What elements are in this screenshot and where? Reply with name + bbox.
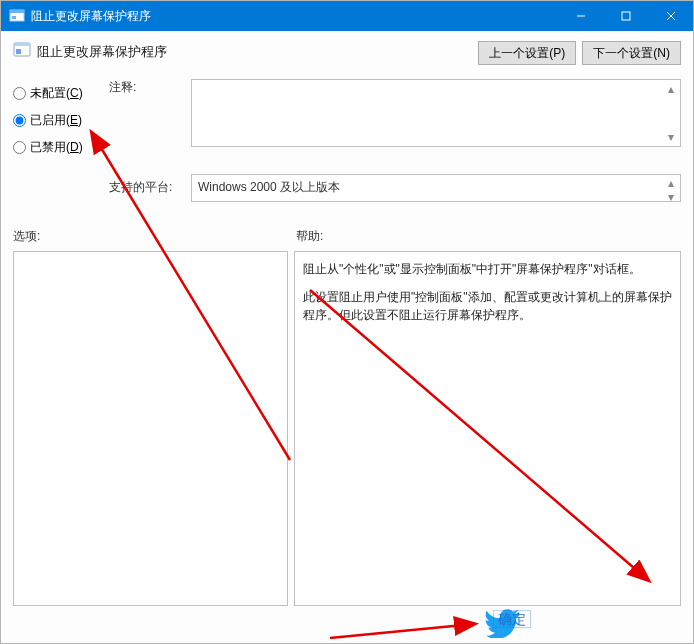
supported-on-box: Windows 2000 及以上版本 ▴ ▾ bbox=[191, 174, 681, 202]
supported-on-text: Windows 2000 及以上版本 bbox=[198, 180, 340, 194]
close-button[interactable] bbox=[648, 1, 693, 31]
help-label: 帮助: bbox=[288, 228, 681, 245]
scroll-down-icon: ▾ bbox=[663, 190, 679, 202]
radio-enabled-input[interactable] bbox=[13, 114, 26, 127]
next-setting-button[interactable]: 下一个设置(N) bbox=[582, 41, 681, 65]
state-radio-group: 未配置(C) 已启用(E) 已禁用(D) bbox=[13, 79, 109, 166]
svg-rect-4 bbox=[622, 12, 630, 20]
svg-rect-9 bbox=[16, 49, 21, 54]
scroll-down-icon: ▾ bbox=[663, 129, 679, 145]
policy-icon bbox=[13, 41, 31, 59]
window-title: 阻止更改屏幕保护程序 bbox=[31, 8, 558, 25]
window-controls bbox=[558, 1, 693, 31]
titlebar: 阻止更改屏幕保护程序 bbox=[1, 1, 693, 31]
radio-disabled[interactable]: 已禁用(D) bbox=[13, 139, 109, 156]
scrollbar: ▴ ▾ bbox=[663, 81, 679, 145]
previous-setting-button[interactable]: 上一个设置(P) bbox=[478, 41, 576, 65]
comment-input[interactable]: ▴ ▾ bbox=[191, 79, 681, 147]
scroll-up-icon: ▴ bbox=[663, 176, 679, 190]
svg-rect-8 bbox=[14, 43, 30, 46]
policy-title: 阻止更改屏幕保护程序 bbox=[37, 41, 478, 61]
radio-enabled[interactable]: 已启用(E) bbox=[13, 112, 109, 129]
radio-not-configured-input[interactable] bbox=[13, 87, 26, 100]
app-icon bbox=[9, 8, 25, 24]
comment-label: 注释: bbox=[109, 79, 191, 96]
minimize-button[interactable] bbox=[558, 1, 603, 31]
content-area: 阻止更改屏幕保护程序 上一个设置(P) 下一个设置(N) 未配置(C) 已启用(… bbox=[1, 31, 693, 643]
supported-label: 支持的平台: bbox=[109, 174, 191, 196]
radio-not-configured[interactable]: 未配置(C) bbox=[13, 85, 109, 102]
radio-disabled-input[interactable] bbox=[13, 141, 26, 154]
svg-rect-1 bbox=[10, 10, 24, 13]
help-paragraph: 阻止从"个性化"或"显示控制面板"中打开"屏幕保护程序"对话框。 bbox=[303, 260, 672, 278]
scrollbar: ▴ ▾ bbox=[663, 176, 679, 200]
group-policy-editor-window: 阻止更改屏幕保护程序 阻止更改屏幕保护程序 上一个设置(P) 下一个设置(N) … bbox=[0, 0, 694, 644]
scroll-up-icon: ▴ bbox=[663, 81, 679, 97]
help-paragraph: 此设置阻止用户使用"控制面板"添加、配置或更改计算机上的屏幕保护程序。但此设置不… bbox=[303, 288, 672, 324]
options-box bbox=[13, 251, 288, 606]
help-box: 阻止从"个性化"或"显示控制面板"中打开"屏幕保护程序"对话框。 此设置阻止用户… bbox=[294, 251, 681, 606]
maximize-button[interactable] bbox=[603, 1, 648, 31]
svg-rect-2 bbox=[12, 16, 16, 19]
options-label: 选项: bbox=[13, 228, 288, 245]
